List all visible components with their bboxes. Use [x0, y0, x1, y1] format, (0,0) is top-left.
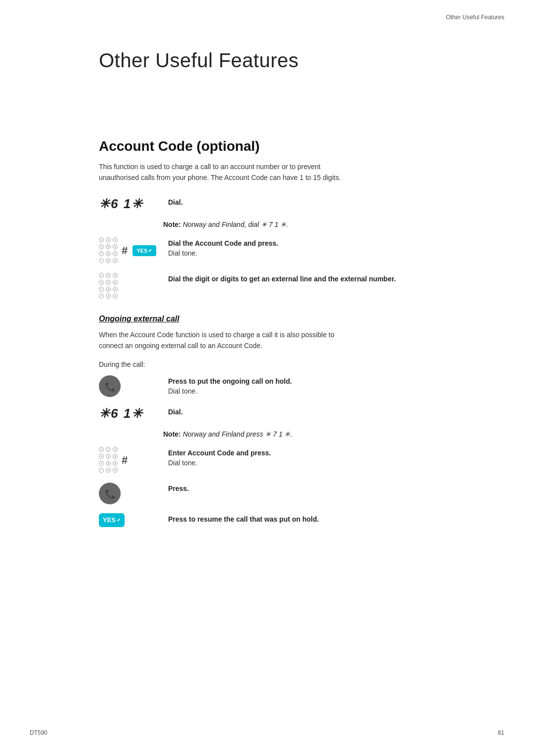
section-title: Account Code (optional) [99, 138, 504, 154]
dial-code-1: ✳6 1✳ [99, 196, 143, 212]
keypad-icon-1: 1 2 3 4 5 6 7 8 9 * 0 # [99, 237, 119, 264]
main-section: Account Code (optional) This function is… [99, 138, 504, 536]
hold-button-2: 📞 [99, 483, 121, 504]
k33: 3 [113, 447, 118, 452]
k211: 0 [106, 294, 111, 299]
k31: 1 [99, 447, 104, 452]
hash-symbol-1: # [122, 244, 128, 257]
yes-button-2[interactable]: YES [99, 513, 125, 527]
os-step-dial-code: ✳6 1✳ Dial. [99, 406, 504, 421]
os-step1-instruction: Press to put the ongoing call on hold. [168, 376, 504, 387]
note1-label: Note: [163, 221, 183, 228]
step2-instruction: Dial the Account Code and press. [168, 238, 504, 249]
step2-sub: Dial tone. [168, 249, 197, 257]
k26: 6 [113, 280, 118, 285]
os-step-hold-2: 📞 Press. [99, 483, 504, 504]
keypad-icon-3: 1 2 3 4 5 6 7 8 9 * 0 # [99, 447, 119, 474]
os-step3-instruction: Enter Account Code and press. [168, 448, 504, 458]
os-step-yes: YES Press to resume the call that was pu… [99, 513, 504, 527]
os-step4-icon: 📞 [99, 483, 163, 504]
os-step1-sub: Dial tone. [168, 387, 197, 395]
k11: 0 [106, 258, 111, 263]
step1-text: Dial. [168, 196, 504, 208]
os-step-keypad-hash: 1 2 3 4 5 6 7 8 9 * 0 # # [99, 447, 504, 474]
k12: # [113, 258, 118, 263]
ongoing-section: Ongoing external call When the Account C… [99, 314, 504, 527]
phone-hold-svg-1: 📞 [103, 380, 116, 393]
k6: 6 [113, 244, 118, 249]
k10: * [99, 258, 104, 263]
yes-button-1[interactable]: YES [133, 245, 156, 256]
k210: * [99, 294, 104, 299]
os-step2-icon: ✳6 1✳ [99, 406, 163, 421]
step1-icon: ✳6 1✳ [99, 196, 163, 212]
note1-text: Norway and Finland, dial ✳ 7 1 ✳. [183, 221, 288, 228]
hold-icon-text-2: 📞 [105, 489, 116, 499]
os-step5-text: Press to resume the call that was put on… [168, 513, 504, 525]
step2-icon: 1 2 3 4 5 6 7 8 9 * 0 # # YES [99, 237, 163, 264]
hold-button-1: 📞 [99, 375, 121, 397]
k32: 2 [106, 447, 111, 452]
step3-icon: 1 2 3 4 5 6 7 8 9 * 0 # [99, 273, 163, 300]
os-step5-instruction: Press to resume the call that was put on… [168, 514, 504, 525]
k5: 5 [106, 244, 111, 249]
page-header: Other Useful Features [446, 14, 504, 21]
step2-text: Dial the Account Code and press. Dial to… [168, 237, 504, 257]
dial-code-2: ✳6 1✳ [99, 406, 143, 421]
k310: * [99, 468, 104, 473]
k3: 3 [113, 237, 118, 242]
step-keypad-hash-yes: 1 2 3 4 5 6 7 8 9 * 0 # # YES Dial the A… [99, 237, 504, 264]
k38: 8 [106, 461, 111, 466]
k27: 7 [99, 287, 104, 292]
k39: 9 [113, 461, 118, 466]
os-step1-text: Press to put the ongoing call on hold. D… [168, 375, 504, 395]
step1-instruction: Dial. [168, 197, 504, 208]
chapter-title: Other Useful Features [99, 49, 504, 72]
k28: 8 [106, 287, 111, 292]
step3-text: Dial the digit or digits to get an exter… [168, 273, 504, 284]
k29: 9 [113, 287, 118, 292]
ongoing-title: Ongoing external call [99, 314, 504, 323]
os-step3-icon: 1 2 3 4 5 6 7 8 9 * 0 # # [99, 447, 163, 474]
step2-icon-group: 1 2 3 4 5 6 7 8 9 * 0 # # YES [99, 237, 156, 264]
hold-icon-text: 📞 [105, 381, 116, 392]
header-chapter-label: Other Useful Features [446, 14, 504, 21]
note-2: Note: Norway and Finland press ✳ 7 1 ✳. [163, 430, 504, 438]
k311: 0 [106, 468, 111, 473]
k4: 4 [99, 244, 104, 249]
k21: 1 [99, 273, 104, 278]
keypad-icon-2: 1 2 3 4 5 6 7 8 9 * 0 # [99, 273, 119, 300]
k36: 6 [113, 454, 118, 459]
footer-model: DT590 [30, 729, 47, 736]
os-step4-text: Press. [168, 483, 504, 494]
during-call-label: During the call: [99, 360, 504, 368]
section-description: This function is used to charge a call t… [99, 161, 356, 183]
os-step1-icon: 📞 [99, 375, 163, 397]
os-step3-icon-group: 1 2 3 4 5 6 7 8 9 * 0 # # [99, 447, 130, 474]
k22: 2 [106, 273, 111, 278]
phone-hold-svg-2: 📞 [103, 487, 116, 500]
os-step3-text: Enter Account Code and press. Dial tone. [168, 447, 504, 467]
k2: 2 [106, 237, 111, 242]
k1: 1 [99, 237, 104, 242]
footer-page: 81 [498, 729, 504, 736]
k212: # [113, 294, 118, 299]
hash-symbol-2: # [122, 454, 128, 467]
k25: 5 [106, 280, 111, 285]
os-step5-icon: YES [99, 513, 163, 527]
ongoing-desc: When the Account Code function is used t… [99, 329, 356, 352]
step-dial-code: ✳6 1✳ Dial. [99, 196, 504, 212]
step3-instruction: Dial the digit or digits to get an exter… [168, 274, 504, 284]
os-step2-text: Dial. [168, 406, 504, 417]
note2-label: Note: [163, 430, 183, 438]
k35: 5 [106, 454, 111, 459]
k24: 4 [99, 280, 104, 285]
k312: # [113, 468, 118, 473]
k8: 8 [106, 251, 111, 256]
os-step3-sub: Dial tone. [168, 459, 197, 467]
os-step4-instruction: Press. [168, 484, 504, 494]
k34: 4 [99, 454, 104, 459]
k7: 7 [99, 251, 104, 256]
k9: 9 [113, 251, 118, 256]
step-keypad-only: 1 2 3 4 5 6 7 8 9 * 0 # Dial the digit o… [99, 273, 504, 300]
